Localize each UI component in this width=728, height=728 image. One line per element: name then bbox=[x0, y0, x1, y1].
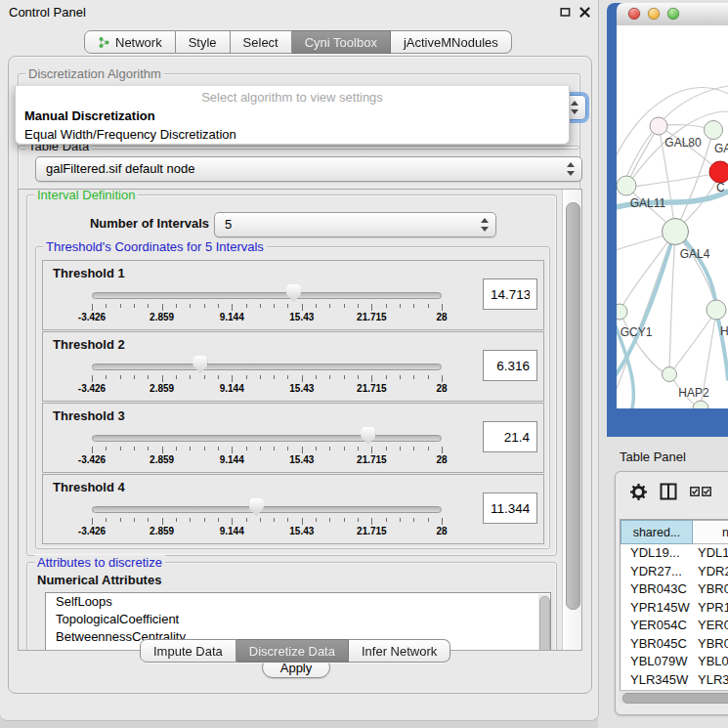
name-cell: YBR0 bbox=[693, 580, 728, 599]
tab-label: Network bbox=[115, 35, 162, 50]
threshold-panel: Threshold 1-3.4262.8599.14415.4321.71528 bbox=[42, 260, 544, 330]
discretization-algorithm-group-title: Discretization Algorithm bbox=[25, 66, 164, 81]
threshold-slider-thumb[interactable] bbox=[286, 284, 301, 302]
tab-select[interactable]: Select bbox=[231, 30, 292, 54]
settings-scroll-thumb[interactable] bbox=[566, 202, 580, 610]
number-of-intervals-combobox[interactable]: 5 bbox=[214, 212, 496, 237]
mac-minimize-icon[interactable] bbox=[648, 8, 660, 20]
threshold-panel: Threshold 4-3.4262.8599.14415.4321.71528 bbox=[42, 474, 544, 544]
slider-tick bbox=[204, 375, 205, 379]
combo-stepper-icon bbox=[480, 217, 489, 233]
threshold-slider-thumb[interactable] bbox=[193, 356, 207, 373]
network-window-titlebar[interactable] bbox=[617, 3, 728, 26]
slider-tick bbox=[260, 304, 261, 308]
slider-tick bbox=[176, 447, 177, 450]
network-node[interactable] bbox=[709, 161, 728, 183]
slider-tick bbox=[400, 375, 401, 379]
attributes-list-scroll-thumb[interactable] bbox=[539, 596, 550, 651]
slider-tick-label: 2.859 bbox=[150, 454, 174, 465]
slider-tick bbox=[371, 447, 372, 453]
tab-discretize-data[interactable]: Discretize Data bbox=[236, 639, 349, 663]
checkbox-checked-icon[interactable] bbox=[702, 487, 711, 496]
network-node[interactable] bbox=[663, 219, 689, 245]
close-icon[interactable] bbox=[579, 7, 590, 18]
settings-scrollbar[interactable] bbox=[562, 190, 581, 650]
slider-tick bbox=[316, 375, 317, 379]
threshold-value-field[interactable] bbox=[483, 350, 537, 381]
threshold-value-field[interactable] bbox=[483, 278, 537, 310]
algorithm-option[interactable]: Equal Width/Frequency Discretization bbox=[19, 125, 566, 144]
attribute-list-item[interactable]: TopologicalCoefficient bbox=[46, 611, 550, 628]
tab-infer-network[interactable]: Infer Network bbox=[349, 639, 450, 663]
slider-tick bbox=[246, 518, 247, 522]
slider-tick bbox=[316, 304, 317, 308]
slider-tick bbox=[232, 518, 233, 525]
table-row[interactable]: YBL079WYBL0 bbox=[621, 653, 728, 671]
slider-tick bbox=[344, 375, 345, 379]
tab-style[interactable]: Style bbox=[176, 30, 231, 54]
network-node[interactable] bbox=[650, 117, 667, 135]
attributes-list-scrollbar[interactable] bbox=[538, 594, 549, 651]
network-node[interactable] bbox=[617, 304, 627, 320]
slider-tick bbox=[442, 304, 443, 311]
table-data-value: galFiltered.sif default node bbox=[46, 161, 194, 176]
slider-tick bbox=[358, 447, 359, 450]
mac-close-icon[interactable] bbox=[628, 8, 640, 20]
float-window-icon[interactable] bbox=[560, 7, 571, 18]
attribute-list-item[interactable]: SelfLoops bbox=[46, 593, 550, 611]
split-columns-icon[interactable] bbox=[660, 483, 677, 500]
column-header-shared-name[interactable]: shared... bbox=[621, 520, 693, 544]
network-node[interactable] bbox=[693, 401, 708, 408]
threshold-slider-track[interactable] bbox=[92, 435, 442, 442]
threshold-value-field[interactable] bbox=[483, 492, 537, 524]
slider-tick bbox=[232, 375, 233, 382]
checkbox-checked-icon[interactable] bbox=[690, 487, 700, 496]
threshold-label: Threshold 1 bbox=[53, 266, 125, 280]
slider-tick-label: 2.859 bbox=[150, 312, 174, 322]
threshold-slider-track[interactable] bbox=[92, 364, 442, 370]
threshold-slider-thumb[interactable] bbox=[249, 498, 264, 516]
table-row[interactable]: YLR345WYLR3 bbox=[621, 671, 728, 690]
threshold-value-field[interactable] bbox=[483, 421, 537, 452]
table-hscroll-thumb[interactable] bbox=[622, 693, 728, 704]
threshold-slider-track[interactable] bbox=[92, 506, 442, 513]
slider-tick bbox=[260, 518, 261, 522]
network-window: GAL80GACGAL11GAL4GCY1HHAP2 bbox=[607, 3, 728, 437]
table-row[interactable]: YBR045CYBR0 bbox=[621, 635, 728, 654]
table-row[interactable]: YPR145WYPR1 bbox=[621, 599, 728, 618]
slider-tick-label: 15.43 bbox=[289, 526, 314, 536]
mac-zoom-icon[interactable] bbox=[667, 8, 679, 20]
algorithm-option[interactable]: Manual Discretization bbox=[19, 107, 566, 125]
tab-cyni-toolbox[interactable]: Cyni Toolbox bbox=[292, 30, 391, 54]
network-canvas[interactable]: GAL80GACGAL11GAL4GCY1HHAP2 bbox=[617, 25, 728, 408]
slider-tick bbox=[428, 304, 429, 308]
threshold-slider-track[interactable] bbox=[92, 292, 442, 299]
threshold-slider-thumb[interactable] bbox=[361, 427, 375, 445]
gear-icon[interactable] bbox=[629, 483, 648, 501]
slider-tick bbox=[344, 447, 345, 450]
table-row[interactable]: YDR27...YDR2 bbox=[621, 563, 728, 581]
slider-tick-label: 21.715 bbox=[357, 454, 387, 465]
table-row[interactable]: YBR043CYBR0 bbox=[621, 580, 728, 599]
network-node[interactable] bbox=[705, 121, 723, 140]
table-row[interactable]: YDL19...YDL1 bbox=[621, 544, 728, 563]
slider-tick bbox=[316, 518, 317, 522]
slider-tick bbox=[287, 304, 288, 308]
number-of-intervals-value: 5 bbox=[225, 217, 232, 232]
network-node[interactable] bbox=[707, 300, 726, 320]
table-data-combobox[interactable]: galFiltered.sif default node bbox=[35, 156, 582, 182]
network-node[interactable] bbox=[663, 367, 677, 382]
table-horizontal-scrollbar[interactable] bbox=[620, 690, 728, 704]
slider-tick bbox=[260, 375, 261, 379]
slider-tick bbox=[287, 375, 288, 379]
network-node[interactable] bbox=[617, 176, 636, 195]
tab-network[interactable]: Network bbox=[84, 30, 176, 54]
slider-tick bbox=[176, 304, 177, 308]
column-header-name[interactable]: n bbox=[693, 520, 728, 544]
table-row[interactable]: YER054CYER0 bbox=[621, 617, 728, 635]
tab-jactivemnodules[interactable]: jActiveMNodules bbox=[391, 30, 512, 54]
slider-tick bbox=[302, 518, 303, 525]
numerical-attributes-label: Numerical Attributes bbox=[37, 573, 161, 587]
tab-impute-data[interactable]: Impute Data bbox=[140, 639, 236, 663]
network-node-label: GCY1 bbox=[621, 325, 653, 339]
